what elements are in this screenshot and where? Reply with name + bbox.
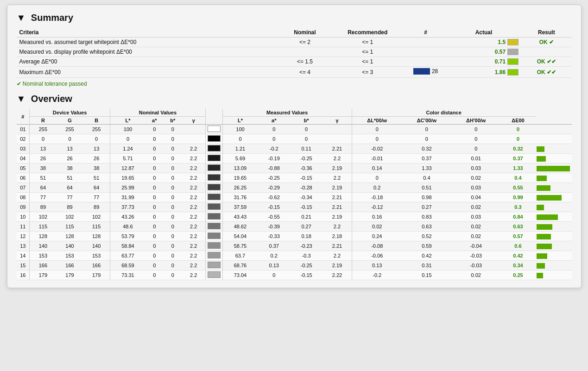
cell-r: 166 (30, 261, 57, 270)
table-row: 16 179 179 179 73.31 0 0 2.2 73.04 0 -0.… (17, 270, 572, 280)
cell-mgamma (322, 134, 352, 144)
cell-swatch (205, 125, 222, 134)
cell-ml: 13.09 (222, 163, 258, 173)
cell-lstar: 0 (110, 134, 145, 144)
cell-astar: 0 (145, 183, 164, 193)
cell-dl: -0.12 (352, 202, 402, 212)
table-row: 08 77 77 77 31.99 0 0 2.2 31.76 -0.62 -0… (17, 193, 572, 202)
table-row: 10 102 102 102 43.26 0 0 2.2 43.43 -0.55… (17, 212, 572, 222)
cell-mgamma (322, 125, 352, 134)
cell-de: 0 (500, 125, 535, 134)
overview-title: ▼ Overview (17, 94, 572, 104)
cell-lstar: 100 (110, 125, 145, 134)
summary-nominal: <= 2 (280, 38, 330, 47)
cell-id: 08 (17, 193, 30, 202)
cell-ml: 31.76 (222, 193, 258, 202)
cell-swatch (205, 144, 222, 154)
cell-r: 128 (30, 232, 57, 241)
cell-lstar: 73.31 (110, 270, 145, 280)
cell-dh: 0.02 (451, 222, 500, 232)
summary-criteria: Average ΔE*00 (17, 57, 280, 67)
cell-dl: 0.02 (352, 222, 402, 232)
cell-dl: 0.13 (352, 261, 402, 270)
table-row: 05 38 38 38 12.87 0 0 2.2 13.09 -0.88 -0… (17, 163, 572, 173)
cell-g: 51 (57, 173, 83, 183)
th-ma: a* (258, 117, 290, 125)
summary-criteria: Measured vs. assumed target whitepoint Δ… (17, 38, 280, 47)
cell-lstar: 19.65 (110, 173, 145, 183)
cell-b: 64 (83, 183, 110, 193)
cell-dl: 0.2 (352, 183, 402, 193)
col-nominal: Nominal (280, 28, 330, 38)
cell-g: 77 (57, 193, 83, 202)
cell-de: 0.3 (500, 202, 535, 212)
cell-dc: 0 (402, 134, 451, 144)
cell-id: 02 (17, 134, 30, 144)
cell-bar (536, 241, 572, 251)
cell-gamma: 2.2 (182, 232, 205, 241)
cell-bstar: 0 (164, 270, 182, 280)
cell-ml: 73.04 (222, 270, 258, 280)
cell-dc: 0 (402, 125, 451, 134)
cell-gamma: 2.2 (182, 154, 205, 163)
cell-dh: 0 (451, 134, 500, 144)
summary-hash (405, 38, 446, 47)
cell-swatch (205, 134, 222, 144)
cell-b: 89 (83, 202, 110, 212)
cell-mb: -0.36 (290, 163, 322, 173)
cell-dc: 0.31 (402, 261, 451, 270)
cell-gamma: 2.2 (182, 212, 205, 222)
cell-de: 0.32 (500, 144, 535, 154)
th-dc: ΔC'00/w (402, 117, 451, 125)
summary-hash (405, 57, 446, 67)
table-row: 02 0 0 0 0 0 0 0 0 0 0 0 0 0 (17, 134, 572, 144)
cell-b: 166 (83, 261, 110, 270)
cell-bar (536, 144, 572, 154)
cell-dc: 0.32 (402, 144, 451, 154)
cell-bar (536, 202, 572, 212)
cell-astar: 0 (145, 270, 164, 280)
cell-lstar: 63.77 (110, 251, 145, 261)
overview-table: # Device Values Nominal Values Measured … (17, 109, 572, 280)
cell-gamma: 2.2 (182, 183, 205, 193)
cell-ml: 100 (222, 125, 258, 134)
cell-dl: 0.24 (352, 232, 402, 241)
cell-astar: 0 (145, 144, 164, 154)
cell-bar (536, 270, 572, 280)
cell-bar (536, 173, 572, 183)
cell-b: 153 (83, 251, 110, 261)
cell-astar: 0 (145, 212, 164, 222)
cell-dc: 0.59 (402, 241, 451, 251)
cell-dh: 0.03 (451, 212, 500, 222)
cell-mgamma: 2.19 (322, 212, 352, 222)
cell-ml: 0 (222, 134, 258, 144)
th-color-distance: Color distance (352, 109, 535, 117)
cell-mgamma: 2.22 (322, 270, 352, 280)
cell-mb: -0.28 (290, 183, 322, 193)
cell-bstar: 0 (164, 251, 182, 261)
cell-g: 0 (57, 134, 83, 144)
page-container: ▼ Summary Criteria Nominal Recommended #… (7, 5, 582, 288)
cell-dh: 0.02 (451, 232, 500, 241)
summary-recommended: <= 3 (330, 67, 405, 78)
cell-r: 89 (30, 202, 57, 212)
cell-de: 0.6 (500, 241, 535, 251)
cell-dc: 0.83 (402, 212, 451, 222)
summary-result: OK ✔✔ (521, 67, 571, 78)
th-mgamma: γ (322, 117, 352, 125)
cell-mb: 0.27 (290, 222, 322, 232)
cell-dc: 0.15 (402, 270, 451, 280)
cell-mgamma: 2.19 (322, 183, 352, 193)
cell-mb: -0.15 (290, 202, 322, 212)
cell-mgamma: 2.21 (322, 202, 352, 212)
cell-de: 0.42 (500, 251, 535, 261)
cell-gamma: 2.2 (182, 173, 205, 183)
cell-b: 128 (83, 232, 110, 241)
cell-ml: 63.7 (222, 251, 258, 261)
cell-bstar: 0 (164, 173, 182, 183)
cell-gamma: 2.2 (182, 144, 205, 154)
col-actual: Actual (446, 28, 521, 38)
cell-lstar: 31.99 (110, 193, 145, 202)
cell-dl: 0 (352, 134, 402, 144)
cell-bstar: 0 (164, 125, 182, 134)
